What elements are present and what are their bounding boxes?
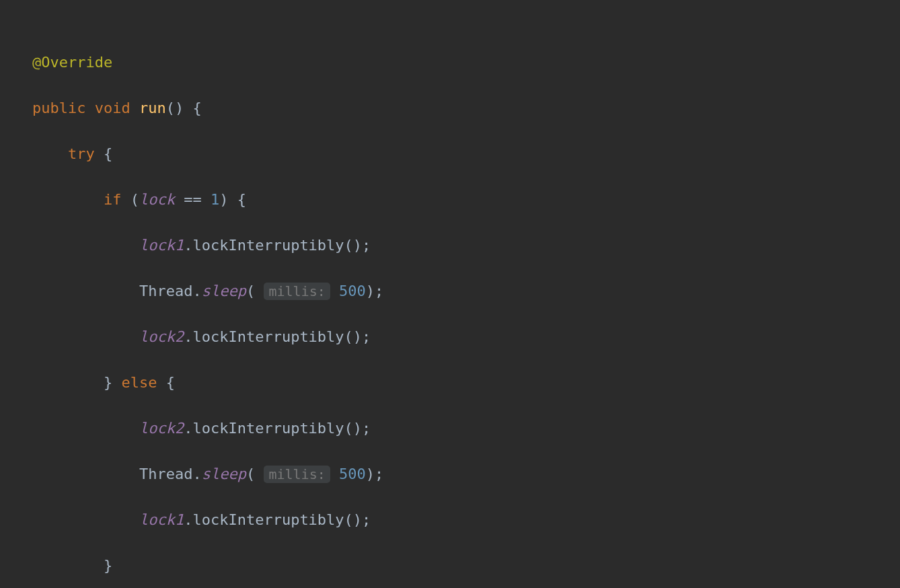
method-run: run (139, 100, 166, 116)
code-line: lock2.lockInterruptibly(); (0, 326, 900, 348)
annotation-override: @Override (32, 54, 112, 71)
code-line: } else { (0, 371, 900, 394)
code-line: lock2.lockInterruptibly(); (0, 417, 900, 440)
code-line: lock1.lockInterruptibly(); (0, 509, 900, 531)
code-line: lock1.lockInterruptibly(); (0, 234, 900, 257)
code-line: if (lock == 1) { (0, 188, 900, 211)
code-line: @Override (0, 51, 900, 74)
code-line: } (0, 554, 900, 577)
param-hint-millis: millis: (264, 466, 330, 483)
code-line: Thread.sleep( millis: 500); (0, 280, 900, 303)
code-line: public void run() { (0, 97, 900, 120)
code-editor[interactable]: @Override public void run() { try { if (… (0, 0, 900, 588)
code-line: try { (0, 143, 900, 166)
code-line: Thread.sleep( millis: 500); (0, 463, 900, 486)
param-hint-millis: millis: (264, 283, 330, 300)
